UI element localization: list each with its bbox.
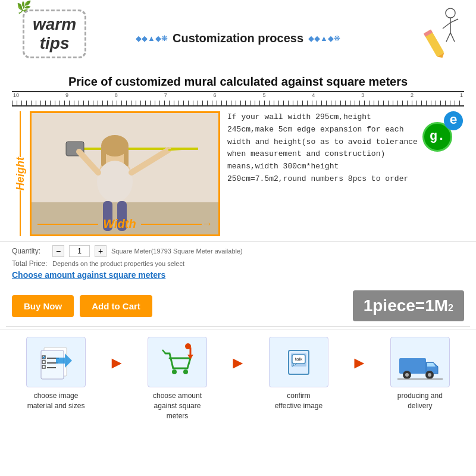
warm-text: warm [33,15,76,34]
eg-badge: e g. [422,111,463,152]
price-label: Total Price: [12,259,48,268]
step-1-label: choose imagematerial and sizes [27,391,85,411]
step-arrow-1: ► [108,353,125,372]
step-4-icon-box [390,337,450,387]
svg-rect-26 [41,350,64,379]
ruler-num-8: 8 [115,92,118,101]
svg-point-0 [446,8,455,18]
image-wrapper: Height [12,111,220,236]
step-3-label: confirmeffective image [275,391,323,411]
process-section: choose imagematerial and sizes ► choose … [0,329,476,425]
height-line-top [20,111,21,157]
add-to-cart-button[interactable]: Add to Cart [80,295,152,317]
svg-point-49 [428,373,431,377]
step-2-label: choose amountagainst squaremeters [153,391,202,421]
height-arrow-area: Height [12,111,29,236]
main-title: Price of customized mural calculated aga… [0,73,476,91]
svg-line-4 [446,33,450,42]
tips-text: tips [33,34,76,53]
qty-info-text: Square Meter(19793 Square Meter availabl… [111,248,243,255]
ruler-container: 10 9 8 7 6 5 4 3 2 1 [0,91,476,107]
width-label: Width [103,217,136,231]
divider [6,326,470,327]
buy-now-button[interactable]: Buy Now [12,295,74,317]
svg-point-47 [405,373,409,377]
width-arrow-area: Width → [37,217,212,231]
step-3-icon-box: talk [269,337,328,387]
piece-badge-sup: 2 [448,303,453,314]
step-1: choose imagematerial and sizes [8,337,104,411]
svg-rect-17 [101,146,106,167]
step-3-icon: talk [278,342,320,383]
step-4-icon [396,342,444,383]
ruler-num-6: 6 [214,92,217,101]
step-3: talk confirmeffective image [251,337,346,411]
title-with-decorations: ◆◆▲◆❋ Customization process ◆◆▲◆❋ [136,32,340,45]
width-arrow-right: → [202,218,212,230]
controls-section: Quantity: − + Square Meter(19793 Square … [0,241,476,288]
middle-section: Height [0,107,476,241]
ruler-num-2: 2 [411,92,414,101]
eg-badge-container: e g. [422,111,464,153]
svg-line-5 [450,33,455,42]
deco-left: ◆◆▲◆❋ [136,34,168,43]
svg-point-35 [172,369,177,374]
customization-title: Customization process [173,32,303,45]
e-badge: e [444,111,463,130]
step-2-icon [156,342,198,383]
height-line-bottom [20,190,21,236]
page-header: 🌿 warm tips ◆◆▲◆❋ Customization process … [0,0,476,71]
deco-right: ◆◆▲◆❋ [308,34,340,43]
price-value: Depends on the product properties you se… [52,260,184,267]
svg-point-36 [183,369,188,374]
step-arrow-3: ► [351,353,368,372]
example-text: If your wall width 295cm,height 245cm,ma… [227,111,419,186]
text-with-badge: If your wall width 295cm,height 245cm,ma… [227,111,464,186]
price-row: Total Price: Depends on the product prop… [12,259,464,268]
ruler-num-10: 10 [13,92,19,101]
action-row: Buy Now Add to Cart 1piece=1M2 [0,288,476,326]
svg-point-39 [185,343,191,349]
pencil-illustration [418,6,465,62]
ruler-num-9: 9 [65,92,68,101]
svg-rect-18 [124,146,129,167]
customization-title-area: ◆◆▲◆❋ Customization process ◆◆▲◆❋ [136,32,340,45]
pencil-svg [418,6,465,60]
step-4: producing anddelivery [372,337,468,411]
height-label: Height [14,157,27,190]
ruler-num-1: 1 [460,92,463,101]
ruler-num-7: 7 [164,92,167,101]
svg-text:talk: talk [295,356,303,362]
svg-line-2 [443,23,450,29]
step-1-icon [35,342,77,383]
ruler-ticks [12,101,464,107]
svg-rect-44 [399,358,426,374]
ruler-bar: 10 9 8 7 6 5 4 3 2 1 [12,91,464,101]
svg-line-3 [450,19,458,23]
quantity-row: Quantity: − + Square Meter(19793 Square … [12,245,464,257]
piece-badge-text: 1piece=1M [364,296,448,315]
choose-text: Choose amount against square meters [12,270,464,280]
svg-line-22 [168,149,186,150]
width-line-right [141,224,202,225]
step-1-icon-box [26,337,86,387]
product-image: Width → [30,111,220,236]
step-arrow-2: ► [230,353,246,372]
step-2: choose amountagainst squaremeters [130,337,225,421]
ruler-num-3: 3 [361,92,364,101]
quantity-label: Quantity: [12,247,48,255]
step-2-icon-box [148,337,207,387]
ruler-num-5: 5 [262,92,265,101]
qty-increase-button[interactable]: + [95,245,107,257]
svg-line-34 [162,350,165,353]
svg-point-19 [97,161,133,202]
quantity-input[interactable] [69,245,90,257]
width-line [37,224,98,225]
qty-decrease-button[interactable]: − [52,245,64,257]
piece-badge: 1piece=1M2 [353,290,464,321]
step-4-label: producing anddelivery [397,391,443,411]
warm-tips-box: warm tips [23,10,86,58]
example-text-area: If your wall width 295cm,height 245cm,ma… [227,111,464,236]
ruler-num-4: 4 [312,92,315,101]
